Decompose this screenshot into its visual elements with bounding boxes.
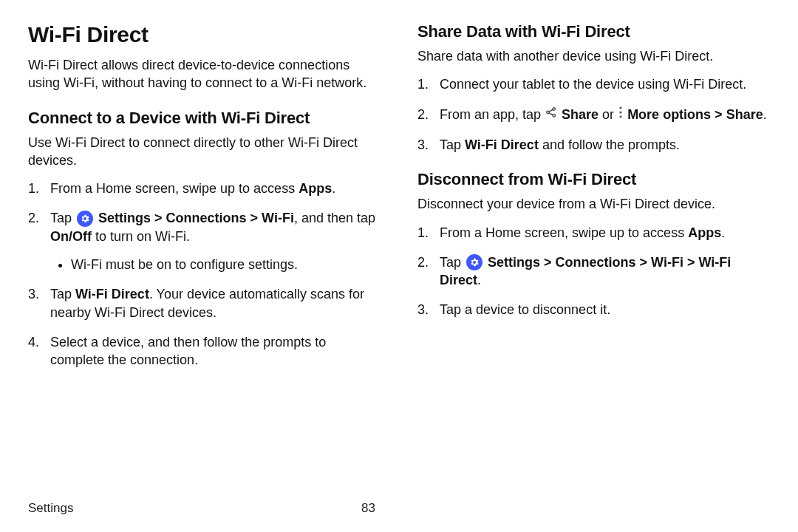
connect-steps: 1. From a Home screen, swipe up to acces… [28,180,381,369]
share-steps: 1.Connect your tablet to the device usin… [417,75,770,154]
svg-line-4 [549,112,553,115]
step: 2. From an app, tap Share or More option… [417,106,770,124]
share-paragraph: Share data with another device using Wi-… [417,47,770,65]
share-icon [545,106,558,123]
page-title: Wi-Fi Direct [28,22,381,47]
disconnect-steps: 1. From a Home screen, swipe up to acces… [417,224,770,319]
heading-connect: Connect to a Device with Wi-Fi Direct [28,109,381,128]
step: 1.Connect your tablet to the device usin… [417,75,770,93]
more-options-icon [618,106,624,123]
svg-point-1 [553,107,555,109]
intro-paragraph: Wi-Fi Direct allows direct device-to-dev… [28,56,381,92]
svg-point-7 [620,115,622,117]
step: 3. Tap Wi-Fi Direct. Your device automat… [28,285,381,321]
heading-disconnect: Disconnect from Wi-Fi Direct [417,170,770,189]
step: 1. From a Home screen, swipe up to acces… [28,180,381,197]
svg-point-5 [620,106,622,109]
step: 2. Tap Settings > Connections > Wi-Fi, a… [28,209,381,273]
step: 3.Tap a device to disconnect it. [417,301,770,318]
settings-icon [77,211,93,227]
svg-line-3 [549,109,553,112]
footer-section: Settings [28,501,73,516]
step: 1. From a Home screen, swipe up to acces… [417,224,770,242]
step: 4. Select a device, and then follow the … [28,333,381,369]
settings-icon [466,254,482,270]
heading-share: Share Data with Wi-Fi Direct [417,22,770,41]
right-column: Share Data with Wi-Fi Direct Share data … [417,22,770,381]
footer-page-number: 83 [361,501,375,516]
disconnect-paragraph: Disconnect your device from a Wi-Fi Dire… [417,195,770,213]
svg-point-2 [553,114,555,116]
svg-point-6 [620,111,622,113]
left-column: Wi-Fi Direct Wi-Fi Direct allows direct … [28,22,381,381]
svg-point-0 [547,111,549,113]
sub-bullet: Wi-Fi must be on to configure settings. [71,256,381,273]
page-footer: Settings 83 [28,501,375,516]
step: 2. Tap Settings > Connections > Wi-Fi > … [417,253,770,290]
connect-paragraph: Use Wi-Fi Direct to connect directly to … [28,134,381,170]
step: 3. Tap Wi-Fi Direct and follow the promp… [417,136,770,154]
